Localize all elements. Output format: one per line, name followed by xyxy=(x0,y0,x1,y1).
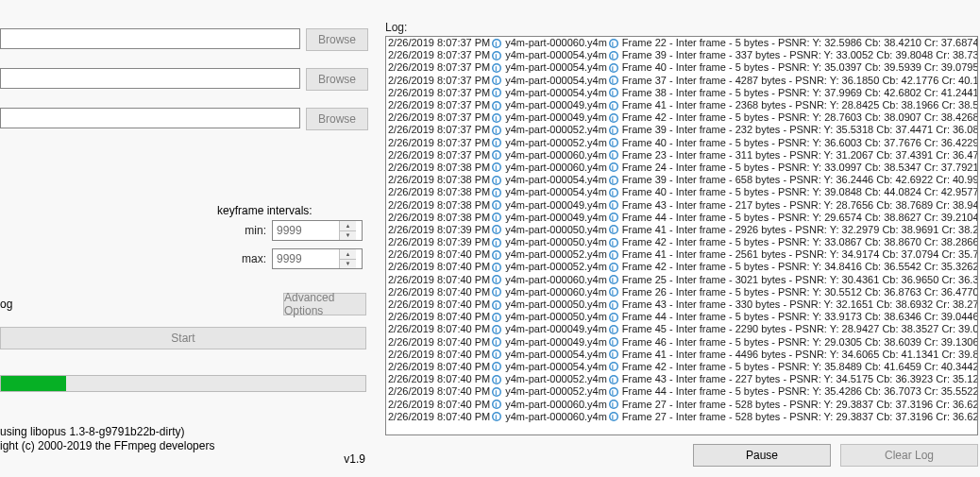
log-message: Frame 26 - Inter frame - 5 bytes - PSNR:… xyxy=(622,286,978,298)
log-line[interactable]: 2/26/2019 8:07:40 PMy4m-part-000049.y4mF… xyxy=(386,336,977,349)
info-icon xyxy=(609,238,618,247)
log-timestamp: 2/26/2019 8:07:38 PM xyxy=(388,212,490,224)
log-message: Frame 43 - Inter frame - 227 bytes - PSN… xyxy=(622,373,978,385)
info-icon xyxy=(609,51,618,60)
info-icon xyxy=(609,412,618,421)
info-icon xyxy=(492,176,501,185)
info-icon xyxy=(492,39,501,48)
min-spinner[interactable]: ▲ ▼ xyxy=(272,220,363,241)
log-line[interactable]: 2/26/2019 8:07:40 PMy4m-part-000060.y4mF… xyxy=(386,398,977,410)
start-button[interactable]: Start xyxy=(0,327,366,349)
log-line[interactable]: 2/26/2019 8:07:37 PMy4m-part-000052.y4mF… xyxy=(386,124,977,136)
log-line[interactable]: 2/26/2019 8:07:38 PMy4m-part-000054.y4mF… xyxy=(386,174,977,186)
log-line[interactable]: 2/26/2019 8:07:40 PMy4m-part-000052.y4mF… xyxy=(386,373,977,385)
log-message: Frame 41 - Inter frame - 2926 bytes - PS… xyxy=(622,224,978,236)
min-down-icon[interactable]: ▼ xyxy=(340,231,356,241)
log-line[interactable]: 2/26/2019 8:07:38 PMy4m-part-000049.y4mF… xyxy=(386,212,977,224)
max-up-icon[interactable]: ▲ xyxy=(340,249,356,260)
browse-button-3[interactable]: Browse xyxy=(306,108,368,130)
footer-line-2: ight (c) 2000-2019 the FFmpeg developers xyxy=(0,439,214,452)
log-timestamp: 2/26/2019 8:07:40 PM xyxy=(388,336,490,349)
info-icon xyxy=(609,101,618,111)
log-timestamp: 2/26/2019 8:07:40 PM xyxy=(388,399,490,411)
min-input[interactable] xyxy=(273,224,339,237)
info-icon xyxy=(492,126,501,135)
log-message: Frame 46 - Inter frame - 5 bytes - PSNR:… xyxy=(622,336,978,349)
info-icon xyxy=(609,113,618,123)
log-line[interactable]: 2/26/2019 8:07:40 PMy4m-part-000052.y4mF… xyxy=(386,261,977,273)
log-line[interactable]: 2/26/2019 8:07:40 PMy4m-part-000050.y4mF… xyxy=(386,311,977,323)
log-timestamp: 2/26/2019 8:07:37 PM xyxy=(388,49,490,61)
log-line[interactable]: 2/26/2019 8:07:38 PMy4m-part-000049.y4mF… xyxy=(386,198,977,211)
info-icon xyxy=(609,39,618,48)
log-message: Frame 41 - Inter frame - 2561 bytes - PS… xyxy=(622,248,978,261)
pause-button[interactable]: Pause xyxy=(693,444,831,467)
log-line[interactable]: 2/26/2019 8:07:37 PMy4m-part-000060.y4mF… xyxy=(386,149,977,162)
log-line[interactable]: 2/26/2019 8:07:38 PMy4m-part-000060.y4mF… xyxy=(386,162,977,174)
log-line[interactable]: 2/26/2019 8:07:40 PMy4m-part-000052.y4mF… xyxy=(386,248,977,261)
log-line[interactable]: 2/26/2019 8:07:40 PMy4m-part-000060.y4mF… xyxy=(386,274,977,286)
log-file: y4m-part-000054.y4m xyxy=(505,61,607,74)
log-line[interactable]: 2/26/2019 8:07:40 PMy4m-part-000054.y4mF… xyxy=(386,361,977,373)
log-timestamp: 2/26/2019 8:07:37 PM xyxy=(388,111,490,124)
advanced-options-button[interactable]: Advanced Options xyxy=(283,293,366,315)
log-file: y4m-part-000052.y4m xyxy=(505,261,607,273)
log-line[interactable]: 2/26/2019 8:07:38 PMy4m-part-000054.y4mF… xyxy=(386,186,977,198)
progress-fill xyxy=(1,376,66,391)
log-line[interactable]: 2/26/2019 8:07:37 PMy4m-part-000060.y4mF… xyxy=(386,37,977,49)
file-input-2[interactable] xyxy=(0,68,300,89)
log-timestamp: 2/26/2019 8:07:37 PM xyxy=(388,149,490,162)
file-input-1[interactable] xyxy=(0,28,300,49)
log-file: y4m-part-000060.y4m xyxy=(505,411,607,423)
info-icon xyxy=(492,238,501,247)
min-up-icon[interactable]: ▲ xyxy=(340,221,356,231)
file-input-3[interactable] xyxy=(0,108,300,128)
log-file: y4m-part-000054.y4m xyxy=(505,349,607,361)
log-file: y4m-part-000049.y4m xyxy=(505,336,607,349)
log-line[interactable]: 2/26/2019 8:07:37 PMy4m-part-000049.y4mF… xyxy=(386,99,977,111)
log-line[interactable]: 2/26/2019 8:07:37 PMy4m-part-000054.y4mF… xyxy=(386,87,977,99)
file-row-2: Browse xyxy=(0,68,368,93)
log-message: Frame 38 - Inter frame - 5 bytes - PSNR:… xyxy=(622,87,978,99)
log-line[interactable]: 2/26/2019 8:07:37 PMy4m-part-000052.y4mF… xyxy=(386,137,977,149)
log-line[interactable]: 2/26/2019 8:07:40 PMy4m-part-000060.y4mF… xyxy=(386,411,977,423)
log-line[interactable]: 2/26/2019 8:07:37 PMy4m-part-000054.y4mF… xyxy=(386,75,977,87)
max-down-icon[interactable]: ▼ xyxy=(340,260,356,269)
log-timestamp: 2/26/2019 8:07:40 PM xyxy=(388,373,490,385)
log-file: y4m-part-000050.y4m xyxy=(505,236,607,248)
log-line[interactable]: 2/26/2019 8:07:37 PMy4m-part-000049.y4mF… xyxy=(386,111,977,124)
info-icon xyxy=(609,275,618,284)
log-line[interactable]: 2/26/2019 8:07:37 PMy4m-part-000054.y4mF… xyxy=(386,49,977,61)
footer-line-1: using libopus 1.3-8-g9791b22b-dirty) xyxy=(0,425,184,438)
browse-button-2[interactable]: Browse xyxy=(306,68,368,91)
log-line[interactable]: 2/26/2019 8:07:37 PMy4m-part-000054.y4mF… xyxy=(386,61,977,74)
log-message: Frame 25 - Inter frame - 3021 bytes - PS… xyxy=(622,274,978,286)
keyframe-section: keyframe intervals: min: ▲ ▼ max: ▲ ▼ xyxy=(217,204,368,277)
right-panel: Log: 2/26/2019 8:07:37 PMy4m-part-000060… xyxy=(385,0,980,477)
log-line[interactable]: 2/26/2019 8:07:40 PMy4m-part-000054.y4mF… xyxy=(386,349,977,361)
log-line[interactable]: 2/26/2019 8:07:39 PMy4m-part-000050.y4mF… xyxy=(386,224,977,236)
log-file: y4m-part-000060.y4m xyxy=(505,37,607,49)
log-line[interactable]: 2/26/2019 8:07:40 PMy4m-part-000060.y4mF… xyxy=(386,286,977,298)
keyframe-intervals-label: keyframe intervals: xyxy=(217,204,368,217)
clear-log-button[interactable]: Clear Log xyxy=(840,444,978,467)
log-line[interactable]: 2/26/2019 8:07:40 PMy4m-part-000049.y4mF… xyxy=(386,323,977,335)
info-icon xyxy=(609,375,618,384)
info-icon xyxy=(492,150,501,160)
log-message: Frame 40 - Inter frame - 5 bytes - PSNR:… xyxy=(622,186,978,198)
max-input[interactable] xyxy=(273,252,339,265)
log-line[interactable]: 2/26/2019 8:07:40 PMy4m-part-000050.y4mF… xyxy=(386,298,977,311)
log-timestamp: 2/26/2019 8:07:37 PM xyxy=(388,87,490,99)
log-box[interactable]: 2/26/2019 8:07:37 PMy4m-part-000060.y4mF… xyxy=(385,36,978,435)
log-file: y4m-part-000060.y4m xyxy=(505,149,607,162)
info-icon xyxy=(609,362,618,371)
browse-button-1[interactable]: Browse xyxy=(306,28,368,51)
file-row-1: Browse xyxy=(0,28,368,53)
log-line[interactable]: 2/26/2019 8:07:40 PMy4m-part-000052.y4mF… xyxy=(386,385,977,398)
log-line[interactable]: 2/26/2019 8:07:39 PMy4m-part-000050.y4mF… xyxy=(386,236,977,248)
info-icon xyxy=(492,375,501,384)
log-timestamp: 2/26/2019 8:07:40 PM xyxy=(388,349,490,361)
max-spinner[interactable]: ▲ ▼ xyxy=(272,248,363,269)
log-message: Frame 40 - Inter frame - 5 bytes - PSNR:… xyxy=(622,61,978,74)
log-timestamp: 2/26/2019 8:07:40 PM xyxy=(388,298,490,311)
